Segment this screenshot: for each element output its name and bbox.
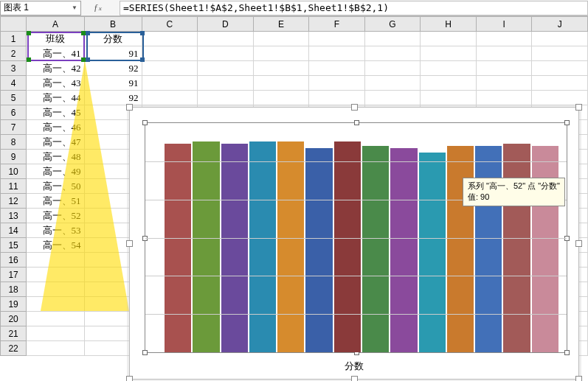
- row-header-8[interactable]: 8: [1, 135, 27, 150]
- cell-I5[interactable]: [476, 91, 532, 105]
- cell-F5[interactable]: [309, 91, 365, 105]
- cell-A16[interactable]: [27, 253, 84, 268]
- chart-resize-handle[interactable]: [126, 104, 133, 111]
- chart-resize-handle[interactable]: [351, 104, 358, 111]
- cell-B2[interactable]: 91: [84, 46, 142, 61]
- chart-bar[interactable]: [249, 141, 276, 352]
- cell-A9[interactable]: 高一、48: [27, 150, 84, 164]
- cell-A6[interactable]: 高一、45: [27, 105, 84, 120]
- row-header-14[interactable]: 14: [1, 223, 27, 238]
- cell-D5[interactable]: [198, 91, 254, 105]
- cell-D1[interactable]: [198, 32, 254, 46]
- cell-A11[interactable]: 高一、50: [27, 179, 84, 194]
- row-header-6[interactable]: 6: [1, 105, 27, 120]
- row-header-19[interactable]: 19: [1, 297, 27, 312]
- cell-A17[interactable]: [27, 268, 84, 282]
- cell-D3[interactable]: [198, 61, 254, 76]
- chart-bar[interactable]: [419, 153, 446, 352]
- cell-C1[interactable]: [142, 32, 198, 46]
- cell-G1[interactable]: [364, 32, 421, 46]
- row-header-3[interactable]: 3: [1, 61, 27, 76]
- cell-E4[interactable]: [253, 76, 309, 91]
- chart-resize-handle[interactable]: [575, 240, 582, 247]
- col-header-G[interactable]: G: [364, 17, 421, 32]
- chart-bar[interactable]: [277, 141, 304, 352]
- cell-A4[interactable]: 高一、43: [27, 76, 84, 91]
- chart-bar[interactable]: [165, 144, 191, 352]
- chart-resize-handle[interactable]: [126, 240, 133, 247]
- row-header-22[interactable]: 22: [1, 341, 27, 356]
- chart-resize-handle[interactable]: [126, 376, 133, 381]
- cell-I1[interactable]: [476, 32, 532, 46]
- cell-B5[interactable]: 92: [84, 91, 142, 105]
- row-header-10[interactable]: 10: [1, 164, 27, 179]
- row-header-18[interactable]: 18: [1, 282, 27, 297]
- cell-J5[interactable]: [532, 91, 588, 105]
- cell-A5[interactable]: 高一、44: [27, 91, 84, 105]
- cell-B1[interactable]: 分数: [84, 32, 142, 46]
- cell-F2[interactable]: [309, 46, 365, 61]
- cell-A1[interactable]: 班级: [27, 32, 84, 46]
- row-header-11[interactable]: 11: [1, 179, 27, 194]
- cell-A22[interactable]: [27, 341, 84, 356]
- cell-H5[interactable]: [421, 91, 477, 105]
- cell-E3[interactable]: [253, 61, 309, 76]
- col-header-D[interactable]: D: [198, 17, 254, 32]
- chart-resize-handle[interactable]: [575, 104, 582, 111]
- cell-G3[interactable]: [364, 61, 421, 76]
- insert-function-button[interactable]: [83, 2, 120, 13]
- col-header-A[interactable]: A: [27, 17, 84, 32]
- row-header-12[interactable]: 12: [1, 194, 27, 209]
- cell-A7[interactable]: 高一、46: [27, 120, 84, 135]
- cell-B4[interactable]: 91: [84, 76, 142, 91]
- cell-J1[interactable]: [532, 32, 588, 46]
- cell-I3[interactable]: [476, 61, 532, 76]
- cell-J4[interactable]: [532, 76, 588, 91]
- chart-bar[interactable]: [390, 148, 417, 352]
- row-header-21[interactable]: 21: [1, 326, 27, 341]
- col-header-B[interactable]: B: [84, 17, 142, 32]
- cell-A19[interactable]: [27, 297, 84, 312]
- chart-bar[interactable]: [221, 144, 248, 352]
- cell-E5[interactable]: [253, 91, 309, 105]
- select-all-cell[interactable]: [1, 17, 27, 32]
- cell-D4[interactable]: [198, 76, 254, 91]
- cell-A2[interactable]: 高一、41: [27, 46, 84, 61]
- cell-I2[interactable]: [476, 46, 532, 61]
- col-header-C[interactable]: C: [142, 17, 198, 32]
- cell-G5[interactable]: [364, 91, 421, 105]
- cell-G4[interactable]: [364, 76, 421, 91]
- chevron-down-icon[interactable]: ▼: [72, 4, 77, 11]
- col-header-J[interactable]: J: [532, 17, 588, 32]
- chart-title[interactable]: 分数: [130, 360, 578, 373]
- cell-C2[interactable]: [142, 46, 198, 61]
- cell-H3[interactable]: [421, 61, 477, 76]
- name-box[interactable]: 图表 1 ▼: [0, 1, 81, 15]
- chart-bar[interactable]: [305, 148, 332, 352]
- chart-resize-handle[interactable]: [351, 376, 358, 381]
- cell-E1[interactable]: [253, 32, 309, 46]
- cell-A18[interactable]: [27, 282, 84, 297]
- row-header-7[interactable]: 7: [1, 120, 27, 135]
- row-header-4[interactable]: 4: [1, 76, 27, 91]
- cell-H2[interactable]: [421, 46, 477, 61]
- cell-J3[interactable]: [532, 61, 588, 76]
- cell-C4[interactable]: [142, 76, 198, 91]
- row-header-17[interactable]: 17: [1, 268, 27, 282]
- chart-bar[interactable]: [334, 141, 361, 352]
- formula-input[interactable]: =SERIES(Sheet1!$A$2,Sheet1!$B$1,Sheet1!$…: [120, 1, 588, 15]
- cell-E2[interactable]: [253, 46, 309, 61]
- col-header-F[interactable]: F: [309, 17, 365, 32]
- row-header-13[interactable]: 13: [1, 209, 27, 223]
- cell-D2[interactable]: [198, 46, 254, 61]
- cell-A12[interactable]: 高一、51: [27, 194, 84, 209]
- cell-A8[interactable]: 高一、47: [27, 135, 84, 150]
- cell-I4[interactable]: [476, 76, 532, 91]
- cell-A3[interactable]: 高一、42: [27, 61, 84, 76]
- col-header-H[interactable]: H: [421, 17, 477, 32]
- row-header-2[interactable]: 2: [1, 46, 27, 61]
- cell-F1[interactable]: [309, 32, 365, 46]
- row-header-15[interactable]: 15: [1, 238, 27, 253]
- row-header-20[interactable]: 20: [1, 312, 27, 326]
- cell-C5[interactable]: [142, 91, 198, 105]
